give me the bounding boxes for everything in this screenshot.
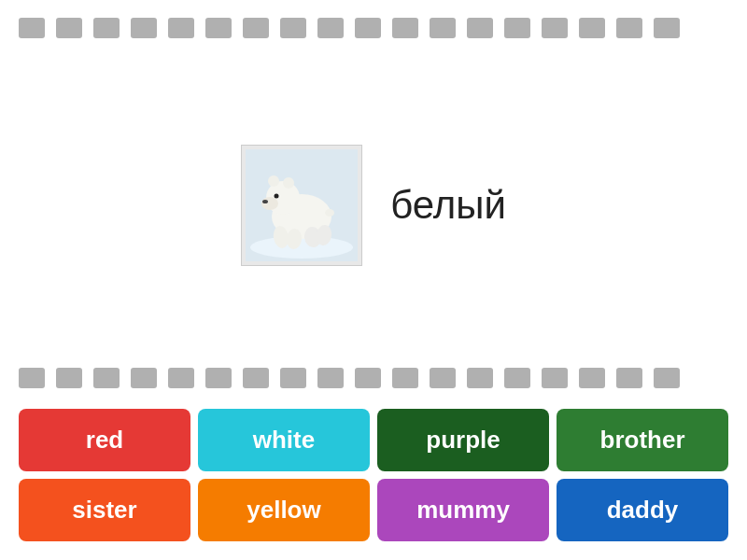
- film-hole: [205, 368, 232, 388]
- film-hole: [467, 368, 493, 388]
- russian-word: белый: [390, 183, 506, 228]
- film-hole: [93, 368, 120, 388]
- svg-point-7: [283, 177, 294, 189]
- answer-mummy[interactable]: mummy: [377, 479, 549, 541]
- film-hole: [243, 368, 269, 388]
- svg-point-4: [261, 197, 278, 210]
- film-hole: [430, 368, 456, 388]
- film-hole: [467, 18, 493, 38]
- svg-point-5: [262, 200, 268, 203]
- film-hole: [616, 368, 642, 388]
- svg-point-1: [250, 236, 353, 259]
- film-hole: [317, 368, 344, 388]
- film-hole: [243, 18, 269, 38]
- film-hole: [168, 368, 194, 388]
- film-hole: [392, 368, 418, 388]
- answers-section: red white purple brother sister yellow m…: [0, 409, 747, 560]
- animal-image: [241, 145, 362, 266]
- film-hole: [168, 18, 194, 38]
- film-hole: [317, 18, 344, 38]
- svg-point-13: [325, 209, 334, 217]
- film-hole: [355, 368, 381, 388]
- film-hole: [280, 18, 306, 38]
- film-strip-middle: [0, 355, 747, 401]
- answers-grid: red white purple brother sister yellow m…: [19, 409, 728, 541]
- film-hole: [654, 18, 680, 38]
- film-hole: [430, 18, 456, 38]
- film-hole: [19, 368, 45, 388]
- film-hole: [205, 18, 232, 38]
- film-hole: [280, 368, 306, 388]
- film-hole: [19, 18, 45, 38]
- svg-point-6: [275, 194, 279, 199]
- film-hole: [56, 18, 82, 38]
- answer-white[interactable]: white: [198, 409, 370, 471]
- film-hole: [579, 18, 605, 38]
- answer-purple[interactable]: purple: [377, 409, 549, 471]
- film-hole: [131, 18, 157, 38]
- film-hole: [654, 368, 680, 388]
- answer-red[interactable]: red: [19, 409, 190, 471]
- answer-sister[interactable]: sister: [19, 479, 190, 541]
- film-strip-top: [0, 0, 747, 56]
- film-hole: [542, 18, 568, 38]
- main-content: белый: [0, 56, 747, 355]
- film-hole: [542, 368, 568, 388]
- film-hole: [392, 18, 418, 38]
- svg-point-8: [268, 175, 279, 187]
- film-hole: [579, 368, 605, 388]
- film-hole: [504, 368, 530, 388]
- film-hole: [616, 18, 642, 38]
- film-hole: [56, 368, 82, 388]
- answer-brother[interactable]: brother: [557, 409, 728, 471]
- film-hole: [131, 368, 157, 388]
- answer-yellow[interactable]: yellow: [198, 479, 370, 541]
- film-hole: [504, 18, 530, 38]
- polar-bear-svg: [246, 149, 358, 261]
- film-hole: [355, 18, 381, 38]
- answer-daddy[interactable]: daddy: [557, 479, 728, 541]
- film-hole: [93, 18, 120, 38]
